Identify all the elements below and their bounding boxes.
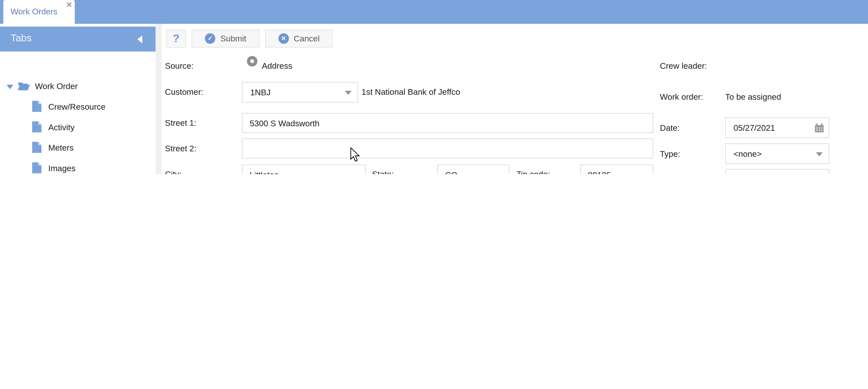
source-address-option-label: Address: [262, 60, 292, 71]
tree-item-label: Work Order: [35, 81, 78, 91]
street1-input[interactable]: [242, 113, 653, 133]
tree-expander-icon[interactable]: [7, 85, 13, 89]
check-circle-icon: ✓: [205, 33, 215, 44]
source-label: Source:: [165, 60, 193, 71]
chevron-down-icon: [816, 152, 823, 156]
tree-item-label: Crew/Resource: [48, 102, 105, 111]
tree-item-label: Activity: [48, 122, 74, 131]
tree-item-label: Meters: [48, 143, 74, 152]
submit-label: Submit: [220, 34, 246, 43]
tree-item-images[interactable]: Images: [32, 162, 75, 174]
calendar-icon: [815, 123, 824, 132]
document-icon: [32, 162, 42, 173]
tree-item-crew-resource[interactable]: Crew/Resource: [32, 101, 105, 114]
tree-item-meters[interactable]: Meters: [32, 142, 74, 155]
date-input[interactable]: 05/27/2021: [725, 117, 829, 138]
type-label: Type:: [660, 148, 680, 159]
tab-title: Work Orders: [10, 7, 57, 16]
customer-dropdown[interactable]: 1NBJ: [242, 82, 358, 102]
zip-label: Zip code:: [516, 169, 550, 174]
tab-work-orders[interactable]: Work Orders ✕: [3, 0, 74, 24]
customer-code: 1NBJ: [250, 88, 271, 97]
status-label: Status:: [660, 174, 685, 174]
top-tab-bar: Work Orders ✕: [0, 0, 868, 24]
submit-button[interactable]: ✓ Submit: [192, 29, 260, 48]
work-order-value: To be assigned: [725, 91, 781, 102]
work-order-form: ? ✓ Submit ✕ Cancel Source: Address Cust…: [162, 24, 868, 174]
sidebar-header: Tabs: [0, 27, 155, 51]
street1-label: Street 1:: [165, 117, 196, 128]
document-icon: [32, 121, 42, 132]
city-input[interactable]: [242, 164, 366, 174]
source-address-radio[interactable]: [247, 56, 257, 66]
customer-name: 1st National Bank of Jeffco: [362, 86, 460, 97]
x-circle-icon: ✕: [278, 33, 288, 44]
zip-input[interactable]: [580, 164, 653, 174]
type-value: <none>: [733, 149, 762, 158]
customer-label: Customer:: [165, 86, 203, 97]
street2-input[interactable]: [242, 139, 653, 158]
cancel-button[interactable]: ✕ Cancel: [265, 29, 333, 48]
city-label: City:: [165, 169, 182, 174]
tree-item-label: Images: [48, 163, 75, 173]
work-order-label: Work order:: [660, 91, 703, 102]
close-icon[interactable]: ✕: [65, 0, 74, 9]
help-button[interactable]: ?: [166, 29, 186, 48]
chevron-down-icon: [345, 91, 351, 94]
document-icon: [32, 142, 42, 153]
crew-leader-label: Crew leader:: [660, 60, 707, 71]
street2-label: Street 2:: [165, 143, 196, 154]
status-dropdown[interactable]: Assigned: [725, 169, 829, 174]
app-window: Work Orders ✕ Tabs Work Order Crew/Resou…: [0, 0, 868, 174]
sidebar-tabs-panel: Tabs Work Order Crew/Resource Activity M…: [0, 24, 155, 174]
folder-open-icon: [18, 81, 30, 91]
tree-item-activity[interactable]: Activity: [32, 121, 74, 135]
collapse-panel-icon[interactable]: [137, 35, 142, 43]
sidebar-title: Tabs: [10, 33, 31, 44]
state-label: State:: [372, 169, 394, 174]
state-input[interactable]: [437, 164, 509, 174]
date-label: Date:: [660, 122, 680, 133]
document-icon: [32, 101, 42, 112]
cancel-label: Cancel: [294, 34, 319, 43]
date-value: 05/27/2021: [733, 123, 775, 132]
tree-item-work-order[interactable]: Work Order: [18, 80, 78, 94]
panel-splitter[interactable]: [155, 24, 162, 174]
type-dropdown[interactable]: <none>: [725, 143, 829, 164]
